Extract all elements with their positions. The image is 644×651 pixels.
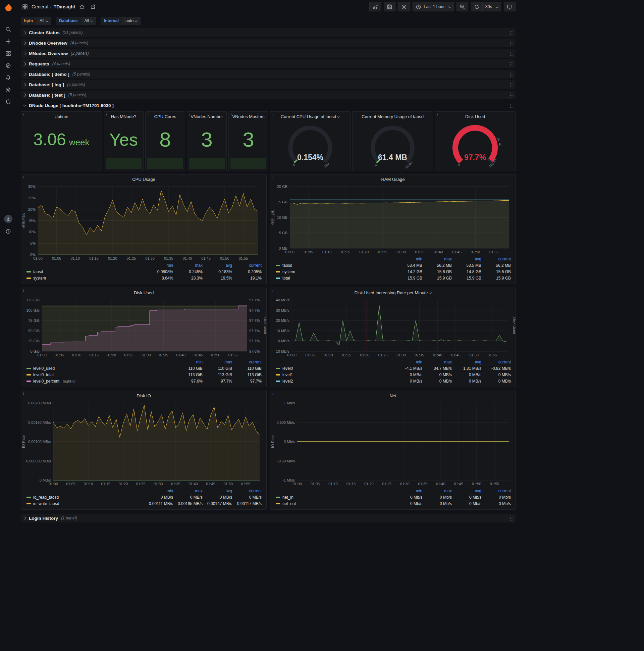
row-drag-handle[interactable]	[509, 61, 513, 66]
panel-info-icon[interactable]: i	[104, 112, 109, 117]
panel-info-icon[interactable]: i	[229, 112, 234, 117]
alerting-bell-icon[interactable]	[0, 71, 16, 84]
disk-used-chart[interactable]: 01:0001:0501:1001:1501:2001:2501:3001:35…	[21, 297, 266, 358]
ram-usage-chart[interactable]: 01:0001:0501:1001:1501:2001:2501:3001:35…	[270, 183, 516, 255]
row-dnodes-overview[interactable]: DNodes Overview(4 panels)	[21, 39, 516, 47]
panel-title[interactable]: Has MNode?	[104, 112, 143, 121]
row-drag-handle[interactable]	[509, 51, 513, 56]
breadcrumb-folder[interactable]: General	[32, 4, 48, 9]
panel-title[interactable]: Disk IO	[21, 391, 266, 400]
legend-series-name[interactable]: taosd	[276, 263, 393, 268]
disk-rate-chart[interactable]: 01:0001:0501:1001:1501:2001:2501:3001:35…	[270, 297, 516, 358]
add-panel-button[interactable]	[369, 2, 381, 11]
variable-value-dropdown[interactable]: All	[81, 17, 96, 25]
explore-compass-icon[interactable]	[0, 59, 16, 71]
legend-series-name[interactable]: system	[276, 270, 393, 274]
legend-series-name[interactable]: taosd	[27, 270, 143, 274]
panel-info-icon[interactable]: i	[270, 175, 276, 180]
panel-info-icon[interactable]: i	[21, 288, 26, 293]
time-picker-button[interactable]: Last 1 hour	[413, 2, 454, 11]
share-icon[interactable]	[89, 3, 97, 11]
row-drag-handle[interactable]	[509, 103, 513, 108]
legend-series-name[interactable]: total	[276, 276, 393, 281]
legend-series-name[interactable]: level0_percent(right-y)	[27, 379, 173, 383]
legend-series-name[interactable]: level1	[276, 372, 393, 377]
panel-title[interactable]: Disk Used	[21, 288, 266, 297]
zoom-out-button[interactable]	[456, 2, 468, 11]
legend-series-name[interactable]: io_read_taosd	[27, 495, 143, 500]
row-drag-handle[interactable]	[509, 72, 513, 77]
row-mnodes-overview[interactable]: MNodes Overview(2 panels)	[21, 49, 516, 58]
row-title: Database: [ log ]	[29, 82, 64, 87]
row-login-history[interactable]: Login History(1 panel)	[21, 514, 516, 523]
panel-title[interactable]: RAM Usage	[270, 175, 516, 183]
legend-series-name[interactable]: net_out	[276, 501, 393, 506]
legend-series-name[interactable]: net_in	[276, 495, 393, 500]
panel-title[interactable]: Current CPU Usage of taosd	[270, 112, 350, 121]
panel-info-icon[interactable]: i	[21, 112, 26, 117]
row-requests[interactable]: Requests(4 panels)	[21, 59, 516, 68]
legend-series-name[interactable]: level2	[276, 379, 393, 383]
panel-title[interactable]: Disk Used	[435, 112, 515, 121]
panel-title[interactable]: VNodes Masters	[229, 112, 268, 121]
refresh-interval-button[interactable]: 30s	[482, 2, 501, 11]
user-avatar[interactable]	[4, 215, 12, 223]
row-drag-handle[interactable]	[509, 93, 513, 98]
refresh-button[interactable]	[471, 2, 482, 11]
cpu-usage-chart[interactable]: 01:0001:0501:1001:1501:2001:2501:3001:35…	[21, 183, 266, 261]
panel-info-icon[interactable]: i	[353, 112, 358, 117]
panel-menu-caret-icon[interactable]	[429, 291, 432, 294]
grafana-logo-icon[interactable]	[0, 0, 16, 23]
row-database-test[interactable]: Database: [ test ](5 panels)	[21, 91, 516, 99]
panel-title[interactable]: Current Memory Usage of taosd	[353, 112, 433, 121]
variable-label[interactable]: Database	[56, 17, 81, 25]
legend-series-name[interactable]: io_write_taosd	[27, 501, 143, 506]
net-chart[interactable]: 01:0001:0501:1001:1501:2001:2501:3001:35…	[270, 400, 516, 487]
panel-info-icon[interactable]: i	[146, 112, 151, 117]
svg-text:0.00100 MB/s: 0.00100 MB/s	[28, 440, 51, 444]
variable-value-dropdown[interactable]: All	[36, 17, 51, 25]
save-dashboard-button[interactable]	[384, 2, 395, 11]
legend-series-name[interactable]: level0	[276, 366, 393, 371]
help-icon[interactable]: ?	[0, 227, 16, 235]
panel-title[interactable]: Disk Used Increasing Rate per Minute	[270, 288, 516, 297]
panel-title[interactable]: Net	[270, 391, 516, 400]
server-admin-shield-icon[interactable]	[0, 96, 16, 108]
panel-info-icon[interactable]: i	[21, 391, 26, 396]
row-database-demo[interactable]: Database: [ demo ](5 panels)	[21, 70, 516, 79]
dashboard-settings-button[interactable]	[398, 2, 410, 11]
panel-info-icon[interactable]: i	[435, 112, 440, 117]
star-icon[interactable]	[78, 3, 86, 11]
row-drag-handle[interactable]	[509, 41, 513, 45]
search-icon[interactable]	[0, 23, 16, 35]
panel-title[interactable]: Uptime	[21, 112, 102, 121]
kiosk-mode-button[interactable]	[504, 2, 516, 11]
panel-info-icon[interactable]: i	[21, 175, 26, 180]
panel-info-icon[interactable]: i	[270, 112, 276, 117]
create-plus-icon[interactable]	[0, 35, 16, 47]
disk-io-chart[interactable]: 01:0001:0501:1001:1501:2001:2501:3001:35…	[21, 400, 266, 487]
legend-col-header: current	[232, 263, 262, 268]
row-cluster-status[interactable]: Cluster Status(21 panels)	[21, 28, 516, 37]
panel-info-icon[interactable]: i	[270, 288, 276, 293]
breadcrumb-title[interactable]: TDinsight	[54, 4, 75, 9]
row-dnode-usage[interactable]: DNode Usage [ huolinhe-TM1701:6030 ]	[21, 101, 516, 110]
panel-info-icon[interactable]: i	[270, 391, 276, 396]
variable-value-dropdown[interactable]: auto	[122, 17, 140, 25]
configuration-gear-icon[interactable]	[0, 84, 16, 96]
legend-series-name[interactable]: level0_total	[27, 372, 173, 377]
row-drag-handle[interactable]	[509, 516, 513, 521]
row-drag-handle[interactable]	[509, 82, 513, 87]
panel-title[interactable]: VNodes Number	[187, 112, 226, 121]
panel-title[interactable]: CPU Cores	[146, 112, 185, 121]
panel-menu-caret-icon[interactable]	[337, 115, 340, 118]
dashboards-icon[interactable]	[0, 47, 16, 59]
variable-label[interactable]: fqdn	[21, 17, 36, 25]
row-database-log[interactable]: Database: [ log ](5 panels)	[21, 80, 516, 89]
legend-series-name[interactable]: system	[27, 276, 143, 281]
panel-title[interactable]: CPU Usage	[21, 175, 266, 183]
legend-series-name[interactable]: level0_used	[27, 366, 173, 371]
variable-label[interactable]: Interval	[101, 17, 121, 25]
panel-info-icon[interactable]: i	[187, 112, 192, 117]
row-drag-handle[interactable]	[509, 30, 513, 35]
